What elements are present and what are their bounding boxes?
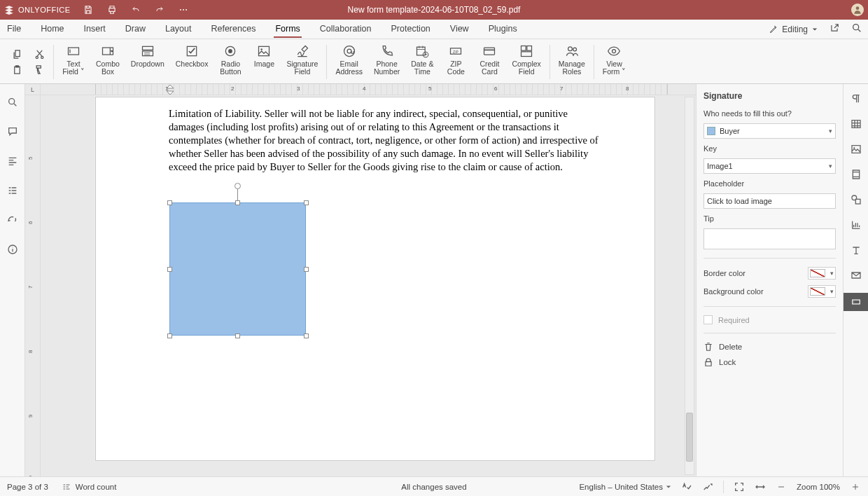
resize-handle-s[interactable] — [235, 333, 240, 338]
undo-icon[interactable] — [130, 4, 141, 15]
svg-point-17 — [347, 49, 351, 53]
horizontal-ruler: 12345678 — [41, 84, 696, 95]
key-dropdown[interactable]: Image1 ▾ — [704, 158, 836, 174]
menu-file[interactable]: File — [6, 21, 22, 38]
search-icon[interactable] — [851, 22, 862, 36]
svg-point-3 — [856, 6, 860, 10]
required-checkbox-row[interactable]: Required — [704, 315, 836, 324]
copy-icon[interactable] — [10, 48, 24, 61]
ribbon-toolbar: Text Field ˅Combo BoxDropdownCheckboxRad… — [0, 39, 868, 84]
more-icon[interactable] — [178, 4, 189, 15]
date-time-button[interactable]: Date & Time — [405, 41, 439, 76]
resize-handle-sw[interactable] — [167, 333, 172, 338]
resize-handle-se[interactable] — [304, 333, 309, 338]
editing-mode-dropdown[interactable]: Editing — [769, 25, 818, 34]
menu-forms[interactable]: Forms — [274, 21, 301, 38]
border-color-picker[interactable]: ▾ — [808, 267, 836, 280]
resize-handle-ne[interactable] — [304, 200, 309, 205]
image-button[interactable]: Image — [247, 41, 281, 68]
fit-page-icon[interactable] — [734, 481, 745, 492]
user-avatar[interactable] — [851, 4, 864, 16]
placeholder-value: Click to load image — [707, 197, 772, 205]
chevron-down-icon — [666, 484, 671, 490]
zip-code-button[interactable]: ZIPZIP Code — [439, 41, 472, 76]
radio-button-button[interactable]: Radio Button — [214, 41, 247, 76]
format-painter-icon[interactable] — [32, 64, 46, 76]
table-settings-icon[interactable] — [848, 116, 864, 132]
who-dropdown[interactable]: Buyer ▾ — [704, 123, 836, 139]
text-field-icon — [66, 43, 81, 59]
paste-icon[interactable] — [10, 64, 24, 76]
text-art-icon[interactable] — [848, 242, 864, 258]
email-address-button[interactable]: Email Address — [330, 41, 368, 76]
spellcheck-icon[interactable] — [681, 481, 692, 492]
view-form-button[interactable]: View Form ˅ — [597, 41, 631, 76]
credit-card-button[interactable]: Credit Card — [472, 41, 506, 76]
resize-handle-nw[interactable] — [167, 200, 172, 205]
manage-roles-button[interactable]: Manage Roles — [553, 41, 591, 76]
checkbox-button[interactable]: Checkbox — [170, 41, 214, 68]
hruler-number: 5 — [428, 85, 431, 92]
signature-field-button[interactable]: Signature Field — [281, 41, 323, 76]
language-selector[interactable]: English – United States — [579, 483, 671, 491]
combo-box-button[interactable]: Combo Box — [90, 41, 125, 76]
delete-button[interactable]: Delete — [704, 342, 836, 352]
navigation-icon[interactable] — [6, 184, 20, 198]
resize-handle-w[interactable] — [167, 267, 172, 272]
chart-settings-icon[interactable] — [848, 217, 864, 233]
svg-rect-23 — [522, 46, 526, 51]
text-field-button[interactable]: Text Field ˅ — [57, 41, 90, 76]
svg-rect-25 — [522, 52, 532, 57]
complex-field-button[interactable]: Complex Field — [506, 41, 546, 76]
credit-card-icon — [482, 43, 497, 59]
scrollbar-thumb[interactable] — [686, 413, 693, 462]
open-location-icon[interactable] — [829, 23, 840, 35]
tracking-icon[interactable] — [702, 481, 713, 492]
menu-layout[interactable]: Layout — [164, 21, 193, 38]
lock-button[interactable]: Lock — [704, 357, 836, 367]
mail-merge-icon[interactable] — [848, 268, 864, 283]
zoom-out-icon[interactable] — [776, 481, 787, 492]
menu-references[interactable]: References — [209, 21, 257, 38]
paragraph-settings-icon[interactable] — [848, 91, 864, 106]
placeholder-input[interactable]: Click to load image — [704, 193, 836, 209]
menu-insert[interactable]: Insert — [83, 21, 107, 38]
vertical-scrollbar[interactable] — [685, 97, 694, 475]
zoom-label[interactable]: Zoom 100% — [797, 483, 840, 491]
feedback-icon[interactable] — [6, 213, 20, 227]
form-settings-icon[interactable] — [844, 293, 869, 311]
menu-home[interactable]: Home — [39, 21, 65, 38]
key-label: Key — [704, 144, 836, 153]
tip-input[interactable] — [704, 228, 836, 249]
required-checkbox[interactable] — [704, 315, 713, 324]
headings-icon[interactable] — [6, 154, 20, 168]
image-settings-icon[interactable] — [848, 142, 864, 157]
menu-draw[interactable]: Draw — [124, 21, 147, 38]
resize-handle-n[interactable] — [235, 200, 240, 205]
menu-protection[interactable]: Protection — [390, 21, 432, 38]
hruler-number: 3 — [297, 85, 300, 92]
menu-collaboration[interactable]: Collaboration — [318, 21, 373, 38]
signature-field-selected[interactable] — [169, 202, 306, 336]
find-icon[interactable] — [6, 95, 20, 109]
print-icon[interactable] — [106, 4, 118, 15]
page-indicator[interactable]: Page 3 of 3 — [7, 483, 48, 491]
cut-icon[interactable] — [32, 48, 46, 61]
menu-plugins[interactable]: Plugins — [487, 21, 519, 38]
about-icon[interactable] — [6, 242, 20, 256]
who-label: Who needs to fill this out? — [704, 109, 836, 118]
menu-view[interactable]: View — [449, 21, 470, 38]
redo-icon[interactable] — [154, 4, 165, 15]
zoom-in-icon[interactable] — [850, 481, 861, 492]
resize-handle-e[interactable] — [304, 267, 309, 272]
save-icon[interactable] — [83, 4, 94, 15]
phone-number-button[interactable]: Phone Number — [368, 41, 405, 76]
fit-width-icon[interactable] — [755, 481, 766, 492]
dropdown-button[interactable]: Dropdown — [125, 41, 170, 68]
rotation-handle[interactable] — [234, 183, 241, 189]
header-footer-icon[interactable] — [848, 167, 864, 182]
wordcount-label[interactable]: Word count — [76, 483, 117, 491]
comments-icon[interactable] — [6, 125, 20, 139]
background-color-picker[interactable]: ▾ — [808, 285, 836, 298]
shape-settings-icon[interactable] — [848, 192, 864, 207]
